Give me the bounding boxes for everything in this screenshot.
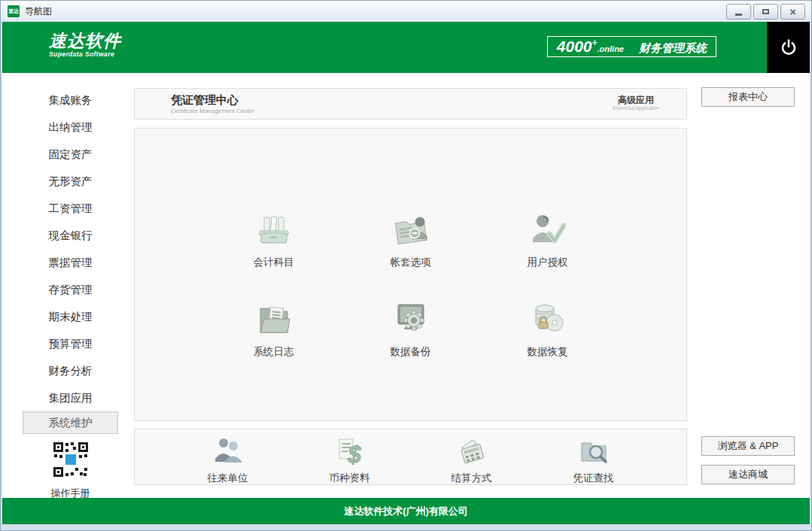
minimize-button[interactable] (726, 4, 751, 20)
minimize-icon (735, 14, 742, 16)
superdata-mall-button[interactable]: 速达商城 (701, 465, 795, 484)
badge-product-name: 财务管理系统 (639, 41, 707, 56)
voucher-search-icon (579, 436, 609, 466)
maximize-button[interactable] (753, 4, 778, 20)
maximize-icon (762, 9, 769, 14)
brand-header: 速达软件 Superdata Software 4000+.online 财务管… (2, 22, 810, 73)
close-icon: × (789, 7, 795, 17)
grid-item-data-restore[interactable]: 数据恢复 (506, 301, 589, 359)
grid-item-data-backup[interactable]: 数据备份 (370, 301, 452, 359)
sidebar: 集成账务 出纳管理 固定资产 无形资产 工资管理 现金银行 票据管理 存货管理 … (23, 86, 118, 500)
product-badge: 4000+.online 财务管理系统 (547, 36, 716, 57)
bottom-item-settlement-method[interactable]: 结算方式 (434, 436, 509, 485)
grid-item-chart-of-accounts[interactable]: 会计科目 (233, 211, 315, 269)
manual-qr-block: 操作手册 (23, 441, 118, 500)
panel-subtitle: Certificate Management Center (171, 108, 254, 114)
sidebar-item-period-end[interactable]: 期末处理 (23, 303, 118, 330)
sidebar-item-financial-analysis[interactable]: 财务分析 (23, 357, 118, 384)
panel-title: 凭证管理中心 (171, 93, 254, 108)
sidebar-item-group-application[interactable]: 集团应用 (23, 384, 118, 411)
panel-bottom: 往来单位 $ 币种资料 (134, 429, 687, 485)
user-authorization-icon (530, 211, 566, 247)
close-button[interactable]: × (780, 4, 805, 20)
logo-text-cn: 速达软件 (49, 32, 121, 50)
browser-app-button[interactable]: 浏览器 & APP (701, 436, 795, 456)
footer-bar: 速达软件技术(广州)有限公司 (2, 498, 810, 524)
bottom-item-voucher-search[interactable]: 凭证查找 (556, 436, 631, 485)
advanced-application-label: 高级应用 Advanced Application (613, 95, 659, 111)
grid-item-account-set-options[interactable]: 帐套选项 (370, 211, 452, 269)
window-title: 导航图 (25, 5, 52, 18)
sidebar-item-inventory[interactable]: 存货管理 (23, 276, 118, 303)
settlement-icon (457, 436, 487, 466)
sidebar-item-intangible-assets[interactable]: 无形资产 (23, 168, 118, 195)
currency-icon: $ (335, 436, 365, 466)
ledger-icon (256, 211, 292, 247)
badge-plus: + (592, 38, 598, 48)
bottom-item-currency-info[interactable]: $ 币种资料 (312, 436, 388, 485)
panel-header: 凭证管理中心 Certificate Management Center 高级应… (134, 88, 687, 120)
panel-content: 会计科目 帐套选项 (134, 128, 687, 421)
brand-logo: 速达软件 Superdata Software (49, 32, 121, 58)
grid-item-user-authorization[interactable]: 用户授权 (506, 211, 589, 269)
badge-online: .online (598, 44, 624, 53)
qr-code (53, 441, 89, 478)
app-icon: 速达 (8, 5, 20, 17)
data-restore-icon (530, 301, 566, 337)
sidebar-item-integrated-accounting[interactable]: 集成账务 (23, 86, 118, 114)
company-name: 速达软件技术(广州)有限公司 (344, 505, 468, 518)
badge-number: 4000 (557, 37, 592, 56)
power-icon (780, 38, 798, 56)
logo-text-en: Superdata Software (49, 50, 121, 58)
grid-item-system-log[interactable]: 系统日志 (233, 301, 315, 359)
power-button[interactable] (767, 22, 810, 73)
main-body: 集成账务 出纳管理 固定资产 无形资产 工资管理 现金银行 票据管理 存货管理 … (2, 73, 810, 498)
titlebar: 速达 导航图 × (1, 1, 811, 22)
sidebar-item-cashier-management[interactable]: 出纳管理 (23, 114, 118, 141)
account-set-options-icon (393, 211, 429, 247)
bottom-item-business-partners[interactable]: 往来单位 (190, 436, 266, 485)
system-log-icon (256, 301, 292, 337)
sidebar-item-bill-management[interactable]: 票据管理 (23, 249, 118, 276)
report-center-button[interactable]: 报表中心 (701, 87, 795, 107)
sidebar-item-cash-bank[interactable]: 现金银行 (23, 222, 118, 249)
sidebar-item-payroll[interactable]: 工资管理 (23, 195, 118, 222)
sidebar-item-fixed-assets[interactable]: 固定资产 (23, 141, 118, 168)
sidebar-item-budget[interactable]: 预算管理 (23, 330, 118, 357)
data-backup-icon (393, 301, 429, 337)
partners-icon (213, 436, 243, 466)
svg-text:$: $ (347, 441, 362, 466)
app-window: 速达 导航图 × 速达软件 Superdata Software 4000+.o… (0, 0, 812, 531)
sidebar-item-system-maintenance[interactable]: 系统维护 (23, 411, 118, 434)
